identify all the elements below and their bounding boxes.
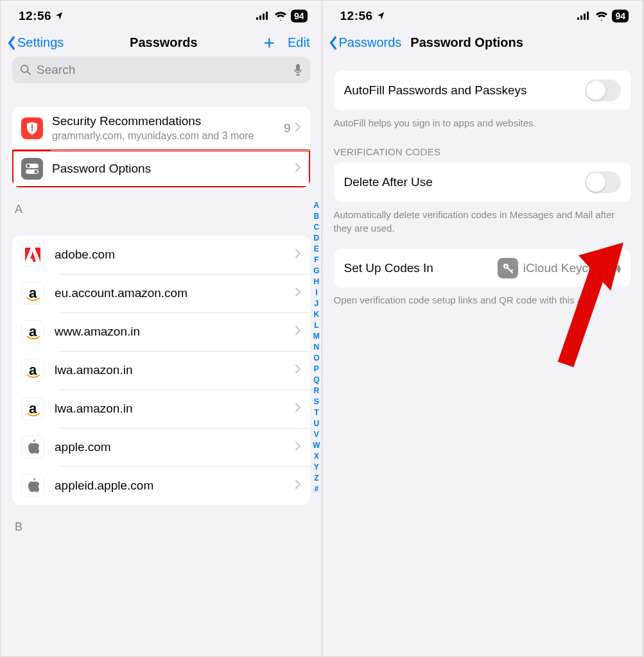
svg-point-17 [505,265,507,267]
setup-note: Open verification code setup links and Q… [322,287,643,307]
index-letter[interactable]: A [314,200,320,211]
index-letter[interactable]: G [313,266,319,277]
index-letter[interactable]: D [314,233,320,244]
index-letter[interactable]: T [314,407,318,418]
status-bar: 12:56 94 [1,1,322,31]
svg-point-7 [31,130,33,132]
site-row[interactable]: a www.amazon.in [12,312,310,351]
site-row[interactable]: appleid.apple.com [12,466,310,505]
battery-badge: 94 [612,10,629,22]
index-letter[interactable]: # [314,484,318,495]
add-button[interactable]: + [264,37,275,49]
index-letter[interactable]: I [315,287,317,298]
section-header-b: B [12,505,310,538]
chevron-left-icon [329,36,338,50]
index-letter[interactable]: F [314,255,318,266]
svg-rect-15 [587,12,589,20]
index-letter[interactable]: N [314,342,320,353]
site-domain: appleid.apple.com [55,479,295,493]
search-input[interactable] [37,63,288,77]
site-row[interactable]: a lwa.amazon.in [12,351,310,389]
chevron-right-icon [295,122,301,135]
svg-rect-0 [256,17,258,20]
site-favicon-apple [21,474,44,497]
autofill-toggle[interactable] [585,80,621,101]
toggles-icon [21,158,43,180]
svg-rect-14 [584,13,586,20]
back-button[interactable]: Passwords [329,35,402,50]
site-favicon-amazon: a [21,359,44,382]
edit-button[interactable]: Edit [288,35,309,50]
status-bar: 12:56 94 [322,1,643,31]
cellular-icon [577,12,591,21]
index-letter[interactable]: M [313,331,320,342]
alpha-index[interactable]: ABCDEFGHIJKLMNOPQRSTUVWXYZ# [313,200,320,644]
index-letter[interactable]: H [314,277,320,287]
delete-toggle[interactable] [585,171,621,193]
svg-point-11 [35,170,38,173]
row-title: AutoFill Passwords and Passkeys [344,83,527,98]
left-screen: 12:56 94 Settings Passwords + Edit [1,1,322,656]
site-row[interactable]: a eu.account.amazon.com [12,274,310,312]
index-letter[interactable]: E [314,244,319,255]
index-letter[interactable]: B [314,211,320,222]
back-button[interactable]: Settings [7,35,64,50]
index-letter[interactable]: R [314,386,320,397]
time-label: 12:56 [19,9,51,23]
index-letter[interactable]: O [313,353,319,364]
svg-rect-1 [259,15,261,20]
index-letter[interactable]: P [314,364,319,375]
index-letter[interactable]: J [314,298,318,309]
password-options-row[interactable]: Password Options [12,150,310,187]
setup-codes-value[interactable]: iCloud Keychain ▴▾ [498,258,621,278]
site-domain: eu.account.amazon.com [55,286,295,300]
battery-badge: 94 [291,10,308,22]
wifi-icon [274,12,287,21]
chevron-right-icon [295,441,301,454]
site-domain: www.amazon.in [55,325,295,339]
index-letter[interactable]: W [313,440,320,451]
wifi-icon [595,12,608,21]
svg-rect-2 [263,13,265,20]
site-row[interactable]: a lwa.amazon.in [12,389,310,428]
svg-rect-3 [266,12,268,20]
location-icon [377,12,385,21]
setup-codes-row[interactable]: Set Up Codes In iCloud Keychain ▴▾ [334,249,632,287]
row-title: Password Options [52,162,295,176]
security-recommendations-row[interactable]: Security Recommendations grammarly.com, … [12,107,310,150]
index-letter[interactable]: U [314,418,320,429]
key-icon [498,258,518,278]
index-letter[interactable]: Y [314,462,319,473]
setup-card: Set Up Codes In iCloud Keychain ▴▾ [334,249,632,287]
updown-icon: ▴▾ [616,264,621,273]
svg-rect-12 [577,17,579,20]
site-favicon-apple [21,436,44,459]
delete-after-use-row[interactable]: Delete After Use [334,162,632,202]
site-row[interactable]: apple.com [12,428,310,466]
status-time: 12:56 [19,9,63,23]
autofill-row[interactable]: AutoFill Passwords and Passkeys [334,71,632,110]
index-letter[interactable]: S [314,397,319,407]
index-letter[interactable]: V [314,429,319,440]
site-favicon-adobe [21,243,44,266]
time-label: 12:56 [340,9,373,23]
index-letter[interactable]: L [314,320,318,331]
row-title: Delete After Use [344,175,433,189]
search-field[interactable] [12,56,310,83]
autofill-card: AutoFill Passwords and Passkeys [334,71,632,110]
chevron-left-icon [7,36,16,50]
nav-bar: Settings Passwords + Edit [1,31,322,56]
index-letter[interactable]: C [314,222,320,233]
mic-icon[interactable] [293,64,302,76]
status-time: 12:56 [340,9,385,23]
index-letter[interactable]: X [314,451,319,462]
back-label: Passwords [339,35,402,50]
index-letter[interactable]: Z [314,473,318,484]
index-letter[interactable]: K [314,309,320,320]
index-letter[interactable]: Q [313,375,319,386]
chevron-right-icon [295,248,301,261]
site-row[interactable]: adobe.com [12,235,310,274]
delete-card: Delete After Use [334,162,632,202]
svg-point-9 [27,164,30,167]
right-screen: 12:56 94 Passwords Password Options Auto… [322,1,644,656]
